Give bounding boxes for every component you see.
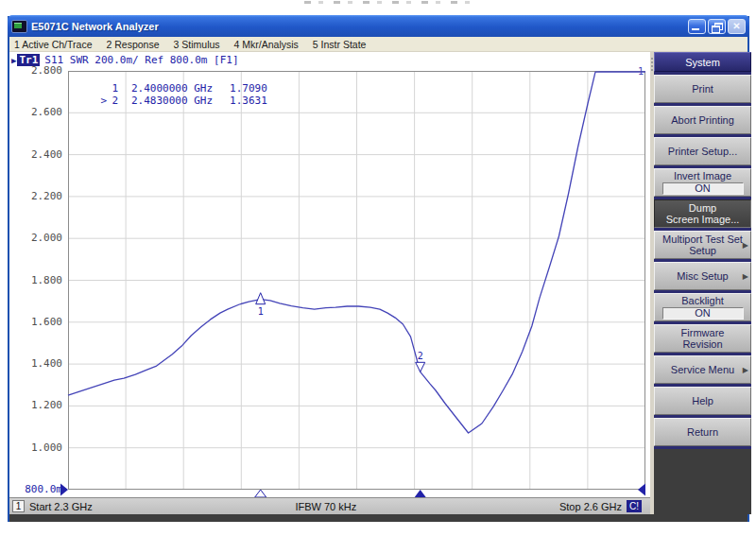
y-axis-tick-label: 2.400	[9, 148, 62, 161]
y-axis-tick-label: 1.200	[9, 399, 62, 411]
invert-image-toggle-state: ON	[662, 182, 744, 195]
softkey-firmware-revision[interactable]: Firmware Revision	[654, 324, 751, 353]
menu-response[interactable]: 2 Response	[106, 39, 159, 50]
y-axis-tick-label: 2.200	[9, 190, 62, 202]
y-axis-tick-label: 1.400	[9, 357, 62, 370]
correction-status-badge: C!	[627, 500, 642, 512]
backlight-toggle-state: ON	[662, 307, 744, 320]
minimize-icon	[692, 28, 699, 30]
close-button[interactable]: ✕	[728, 19, 746, 34]
trace-settings-text: S11 SWR 200.0m/ Ref 800.0m [F1]	[44, 54, 238, 66]
app-window: E5071C Network Analyzer ✕ 1 Active Ch/Tr…	[8, 16, 749, 522]
channel-status-bar: 1 Start 2.3 GHz IFBW 70 kHz Stop 2.6 GHz…	[9, 497, 650, 514]
marker-stimulus-indicator-icon	[415, 490, 426, 497]
marker-glyph-icon	[416, 362, 425, 372]
ifbw-label: IFBW 70 kHz	[93, 501, 559, 512]
ref-level-marker-left-icon	[60, 484, 68, 496]
close-icon: ✕	[729, 20, 745, 33]
menu-active-ch-trace[interactable]: 1 Active Ch/Trace	[14, 39, 92, 50]
softkey-multiport-test-set-setup[interactable]: Multiport Test Set Setup ▶	[654, 231, 751, 259]
marker-stimulus-indicator-icon	[255, 490, 266, 497]
cropped-caption-fragments	[304, 1, 470, 4]
ref-level-marker-right-icon	[638, 484, 645, 496]
sidebar-filler	[654, 449, 751, 514]
y-axis-tick-label: 1.000	[9, 441, 62, 454]
submenu-arrow-icon: ▶	[743, 240, 748, 251]
marker-value: 1.3631	[230, 95, 267, 107]
active-marker-indicator: >	[99, 95, 107, 107]
menu-stimulus[interactable]: 3 Stimulus	[174, 39, 220, 50]
y-axis-tick-label: 1.800	[9, 274, 62, 286]
softkey-backlight[interactable]: Backlight ON	[654, 293, 751, 321]
softkey-help[interactable]: Help	[654, 387, 751, 415]
plot-canvas[interactable]: 112	[68, 71, 654, 502]
submenu-arrow-icon: ▶	[743, 271, 748, 283]
restore-button[interactable]	[708, 19, 726, 34]
marker-value: 1.7090	[230, 82, 267, 95]
marker-frequency: 2.4000000 GHz	[131, 82, 213, 95]
softkey-invert-image[interactable]: Invert Image ON	[654, 168, 751, 197]
softkey-service-menu[interactable]: Service Menu ▶	[654, 355, 751, 384]
softkey-dump-screen-image[interactable]: Dump Screen Image...	[654, 199, 751, 228]
submenu-arrow-icon: ▶	[743, 365, 748, 376]
marker-frequency: 2.4830000 GHz	[131, 95, 213, 107]
marker-number-label: 1	[258, 306, 264, 317]
window-bottom-strip	[9, 514, 747, 522]
softkey-return[interactable]: Return	[654, 418, 751, 446]
y-axis-tick-label: 800.0m	[9, 483, 62, 495]
trace-active-indicator-icon: ▶	[11, 56, 16, 65]
window-title: E5071C Network Analyzer	[31, 21, 688, 32]
marker-number: 2	[107, 95, 118, 107]
marker-number-label: 2	[418, 351, 423, 361]
minimize-button[interactable]	[688, 19, 706, 34]
marker-glyph-icon	[256, 293, 266, 304]
softkey-print[interactable]: Print	[654, 75, 751, 103]
page: { "window": { "title": "E5071C Network A…	[0, 0, 756, 536]
y-axis-tick-label: 2.800	[9, 64, 62, 77]
y-axis-tick-label: 2.600	[9, 106, 62, 118]
app-icon	[11, 20, 27, 33]
channel-number-box: 1	[12, 500, 25, 512]
start-frequency-label: Start 2.3 GHz	[29, 501, 93, 512]
menu-bar: 1 Active Ch/Trace 2 Response 3 Stimulus …	[9, 37, 747, 52]
measurement-area: ▶ Tr1 S11 SWR 200.0m/ Ref 800.0m [F1] 2.…	[9, 52, 650, 514]
menu-mkr-analysis[interactable]: 4 Mkr/Analysis	[234, 39, 299, 50]
y-axis-tick-label: 1.600	[9, 316, 62, 328]
softkey-sidebar: System Print Abort Printing Printer Setu…	[654, 52, 751, 514]
softkey-printer-setup[interactable]: Printer Setup...	[654, 137, 751, 165]
softkey-system: System	[654, 52, 751, 72]
softkey-misc-setup[interactable]: Misc Setup ▶	[654, 262, 751, 290]
marker-readout-row: > 2 2.4830000 GHz 1.3631	[99, 95, 267, 107]
menu-instr-state[interactable]: 5 Instr State	[313, 39, 367, 50]
marker-readout-table: 1 2.4000000 GHz 1.7090 > 2 2.4830000 GHz…	[99, 82, 267, 107]
title-bar[interactable]: E5071C Network Analyzer ✕	[8, 15, 749, 37]
stop-frequency-label: Stop 2.6 GHz	[559, 501, 622, 512]
softkey-abort-printing[interactable]: Abort Printing	[654, 106, 751, 134]
trace-number-label: 1	[638, 66, 644, 77]
marker-number: 1	[107, 82, 118, 95]
y-axis-tick-label: 2.000	[9, 232, 62, 244]
marker-readout-row: 1 2.4000000 GHz 1.7090	[99, 82, 267, 95]
